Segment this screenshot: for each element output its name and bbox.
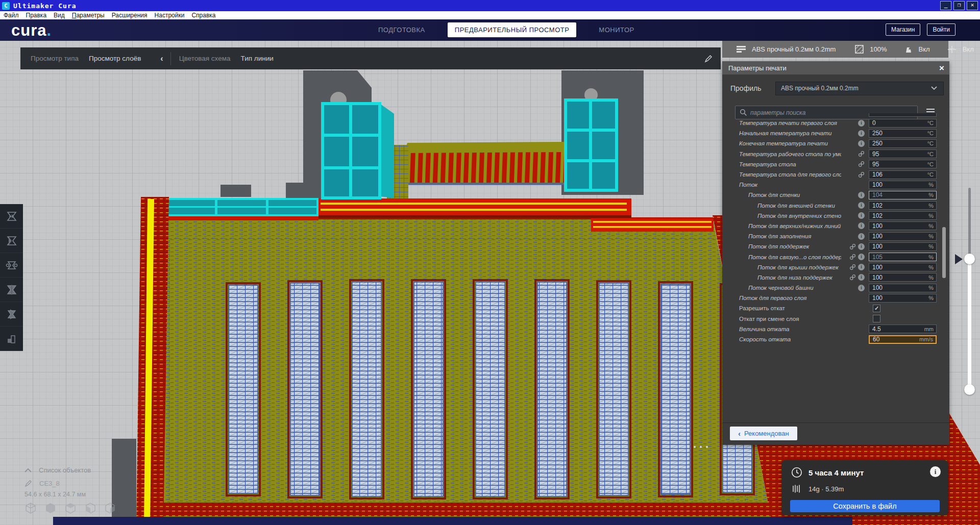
setting-unit: % (928, 295, 934, 301)
setting-value: 100 (872, 284, 928, 291)
panel-close-icon[interactable]: × (939, 64, 944, 72)
setting-value-input[interactable]: 105% (869, 253, 937, 261)
view-3d-icon[interactable] (24, 502, 37, 514)
recommended-mode-link[interactable]: ‹ Рекомендован (730, 427, 797, 440)
view-front-icon[interactable] (44, 502, 57, 514)
setting-checkbox-checked[interactable]: ✓ (873, 305, 880, 312)
window-slot (476, 282, 505, 496)
setting-value-input[interactable]: 100% (869, 181, 937, 189)
setting-icons: i (841, 192, 865, 198)
tool-move-button[interactable] (0, 204, 23, 229)
stage-tab[interactable]: ПРЕДВАРИТЕЛЬНЫЙ ПРОСМОТР (448, 22, 577, 37)
setting-value-input[interactable]: 100% (869, 242, 937, 251)
info-icon[interactable]: i (930, 466, 941, 477)
window-slot (352, 282, 381, 496)
edit-setup-pencil-icon[interactable] (974, 45, 980, 53)
layer-slider-upper-handle[interactable] (964, 254, 975, 264)
panel-header[interactable]: Параметры печати × (722, 61, 949, 74)
collapse-chevron-icon[interactable]: ‹ (160, 54, 163, 63)
setting-icons (841, 151, 865, 157)
setting-label: Поток для первого слоя (722, 295, 841, 301)
setting-value-input[interactable]: 106°C (869, 170, 937, 179)
stage-tab[interactable]: МОНИТОР (592, 22, 641, 37)
setting-value-input[interactable]: 100% (869, 294, 937, 303)
object-list-widget: Список объектов CE3_8 54.6 x 68.1 x 24.7… (24, 463, 116, 514)
window-slot (661, 284, 690, 494)
sign-in-button[interactable]: Войти (927, 23, 955, 36)
setting-unit: % (928, 223, 934, 229)
setting-value-input[interactable]: 4.5mm (869, 324, 937, 333)
window-titlebar[interactable]: C Ultimaker Cura _ ❐ ✕ (0, 0, 980, 11)
setting-value-input[interactable]: 0°C (869, 119, 937, 128)
layer-slider-lower-handle[interactable] (964, 384, 975, 395)
close-button[interactable]: ✕ (967, 1, 978, 10)
setting-value-input[interactable]: 100% (869, 273, 937, 282)
view-top-icon[interactable] (64, 502, 77, 514)
tool-mirror-button[interactable] (0, 278, 23, 302)
setting-value-input[interactable]: 100% (869, 232, 937, 241)
view-options-toolbar: Просмотр типа Просмотр слоёв ‹ Цветовая … (20, 47, 721, 69)
setting-row: Скорость отката60mm/s (722, 334, 949, 344)
cura-application-window: C Ultimaker Cura _ ❐ ✕ ФайлПравкаВидПара… (0, 0, 980, 525)
marketplace-button[interactable]: Магазин (886, 23, 920, 36)
setting-value: 100 (872, 274, 928, 281)
menu-bar[interactable]: ФайлПравкаВидПараметрыРасширенияНастройк… (0, 11, 980, 20)
setting-label: Температура стола для первого слоя (722, 171, 841, 178)
setting-value-input[interactable]: 102% (869, 201, 937, 210)
setting-label: Поток для внутренних стенок (722, 213, 841, 219)
object-list-item[interactable]: CE3_8 (24, 477, 116, 490)
view-type-label: Просмотр типа (31, 55, 79, 62)
setting-value-input[interactable]: 250°C (869, 129, 937, 138)
settings-scrollbar-thumb[interactable] (942, 227, 946, 278)
save-to-file-button[interactable]: Сохранить в файл (790, 500, 940, 512)
menu-item[interactable]: Правка (22, 12, 51, 19)
tool-scale-button[interactable] (0, 229, 23, 253)
setting-value-input[interactable]: 100% (869, 221, 937, 230)
search-icon (740, 109, 747, 116)
view-left-icon[interactable] (84, 502, 96, 514)
view-right-icon[interactable] (104, 502, 116, 514)
menu-item[interactable]: Справка (188, 12, 219, 19)
setting-value-input[interactable]: 104% (869, 191, 937, 199)
setting-unit: % (928, 254, 934, 260)
setting-checkbox-unchecked[interactable] (873, 315, 880, 322)
layer-slider-track[interactable] (968, 188, 971, 255)
tool-per-model-settings-button[interactable] (0, 302, 23, 327)
setting-label: Поток (722, 182, 841, 188)
menu-item[interactable]: Расширения (108, 12, 151, 19)
layer-slider-range[interactable] (968, 255, 971, 389)
setting-value-input[interactable]: 100% (869, 263, 937, 271)
setting-value-input[interactable]: 95°C (869, 160, 937, 168)
profile-dropdown[interactable]: ABS прочный 0.2мм 0.2mm (775, 82, 944, 95)
setting-label: Поток для внешней стенки (722, 203, 841, 209)
menu-item[interactable]: Файл (0, 12, 22, 19)
setting-row: Температура печати первого слояi0°C (722, 118, 949, 128)
setting-value-input[interactable]: 250°C (869, 139, 937, 148)
color-scheme-dropdown[interactable]: Тип линии (241, 55, 274, 62)
horizontal-support-row (157, 199, 318, 220)
menu-item[interactable]: Настройки (151, 12, 188, 19)
tool-rotate-button[interactable] (0, 253, 23, 278)
material-layers-icon (729, 46, 749, 53)
setting-row: Поток для крыши поддержекi100% (722, 262, 949, 272)
tool-support-blocker-button[interactable] (0, 327, 23, 351)
view-type-dropdown[interactable]: Просмотр слоёв (89, 55, 141, 62)
clock-icon (791, 467, 802, 478)
minimize-button[interactable]: _ (940, 1, 951, 10)
menu-item[interactable]: Параметры (68, 12, 108, 19)
setting-label: Величина отката (722, 326, 841, 332)
info-icon: i (858, 285, 865, 291)
object-list-toggle[interactable]: Список объектов (24, 463, 116, 477)
restore-button[interactable]: ❐ (953, 1, 965, 10)
search-input[interactable]: параметры поиска (735, 106, 918, 119)
setting-value-input[interactable]: 102% (869, 211, 937, 220)
print-setup-summary-bar[interactable]: ABS прочный 0.2мм 0.2mm 100% Вкл Вкл (722, 41, 948, 58)
setting-unit: % (928, 213, 934, 219)
setting-value-input[interactable]: 100% (869, 284, 937, 292)
setting-label: Поток для крыши поддержек (722, 264, 841, 270)
setting-value-input[interactable]: 95°C (869, 149, 937, 158)
setting-value-input[interactable]: 60mm/s (869, 335, 937, 344)
edit-pencil-icon[interactable] (704, 55, 713, 63)
stage-tab[interactable]: ПОДГОТОВКА (371, 22, 432, 37)
menu-item[interactable]: Вид (50, 12, 68, 19)
